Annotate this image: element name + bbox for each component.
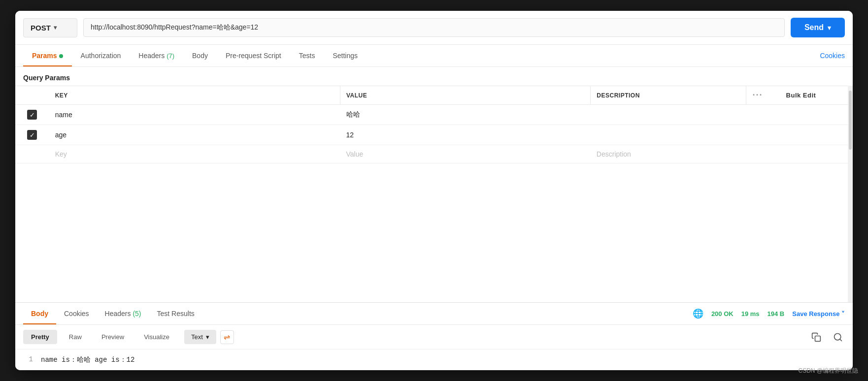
value-cell-1[interactable]: 哈哈 (340, 105, 591, 125)
more-cell-1 (746, 105, 780, 125)
format-pretty-button[interactable]: Pretty (23, 330, 57, 344)
table-row-empty: Key Value Description (15, 145, 848, 163)
svg-line-2 (840, 339, 842, 341)
method-label: POST (31, 24, 51, 32)
response-body: 1 name is：哈哈 age is：12 (15, 349, 853, 370)
bulk-cell-empty (780, 145, 848, 163)
table-row: ✓ age 12 (15, 125, 848, 145)
key-placeholder-cell[interactable]: Key (49, 145, 340, 163)
method-selector[interactable]: POST ▾ (23, 18, 77, 37)
key-cell-1[interactable]: name (49, 105, 340, 125)
tab-authorization[interactable]: Authorization (72, 45, 130, 66)
bulk-cell-1 (780, 105, 848, 125)
response-content: name is：哈哈 age is：12 (41, 355, 845, 364)
col-bulk-edit: Bulk Edit (780, 86, 848, 105)
line-number: 1 (23, 355, 33, 363)
response-tab-cookies[interactable]: Cookies (56, 303, 97, 324)
wrap-lines-button[interactable]: ⇌ (220, 330, 234, 344)
format-visualize-button[interactable]: Visualize (136, 330, 177, 344)
response-line: name is：哈哈 age is：12 (41, 355, 845, 364)
status-ok: 200 OK (711, 310, 734, 318)
request-tabs-row: Params Authorization Headers (7) Body Pr… (15, 45, 853, 67)
value-cell-2[interactable]: 12 (340, 125, 591, 145)
bulk-cell-2 (780, 125, 848, 145)
line-numbers: 1 (23, 355, 33, 364)
response-tabs-row: Body Cookies Headers (5) Test Results 🌐 … (15, 303, 853, 325)
globe-icon: 🌐 (693, 308, 703, 319)
scrollbar[interactable] (848, 86, 853, 302)
send-label: Send (804, 23, 824, 32)
status-time: 19 ms (741, 310, 760, 318)
response-headers-badge: (5) (133, 310, 141, 318)
more-cell-empty (746, 145, 780, 163)
method-chevron: ▾ (54, 24, 57, 31)
more-dots-icon[interactable]: ··· (752, 90, 763, 100)
value-placeholder-cell[interactable]: Value (340, 145, 591, 163)
tab-pre-request[interactable]: Pre-request Script (217, 45, 290, 66)
format-preview-button[interactable]: Preview (94, 330, 132, 344)
params-dot (59, 54, 63, 58)
tab-params[interactable]: Params (23, 45, 72, 66)
query-params-header: Query Params (15, 67, 853, 86)
col-description: DESCRIPTION (591, 86, 746, 105)
url-bar: POST ▾ Send ▾ (15, 11, 853, 45)
col-key: KEY (49, 86, 340, 105)
bulk-edit-button[interactable]: Bulk Edit (786, 92, 816, 99)
response-tab-headers[interactable]: Headers (5) (97, 303, 149, 324)
cookies-link[interactable]: Cookies (820, 52, 845, 60)
key-cell-2[interactable]: age (49, 125, 340, 145)
params-table: KEY VALUE DESCRIPTION ··· Bulk Edit (15, 86, 848, 163)
text-type-dropdown[interactable]: Text ▾ (184, 330, 216, 344)
headers-badge: (7) (167, 52, 174, 60)
desc-cell-2[interactable] (591, 125, 746, 145)
copy-button[interactable] (809, 330, 823, 344)
desc-placeholder-cell[interactable]: Description (591, 145, 746, 163)
tab-headers[interactable]: Headers (7) (130, 45, 183, 66)
scrollbar-thumb[interactable] (849, 91, 852, 150)
response-tab-body[interactable]: Body (23, 303, 56, 324)
check-icon: ✓ (30, 131, 35, 139)
response-tab-test-results[interactable]: Test Results (149, 303, 202, 324)
status-size: 194 B (768, 310, 785, 318)
table-row: ✓ name 哈哈 (15, 105, 848, 125)
format-raw-button[interactable]: Raw (61, 330, 90, 344)
checkbox-age[interactable]: ✓ (27, 130, 37, 140)
checkbox-cell-empty (15, 145, 49, 163)
main-window: POST ▾ Send ▾ Params Authorization Heade… (15, 11, 853, 370)
checkbox-name[interactable]: ✓ (27, 110, 37, 120)
format-row: Pretty Raw Preview Visualize Text ▾ ⇌ (15, 325, 853, 349)
col-checkbox (15, 86, 49, 105)
tab-settings[interactable]: Settings (324, 45, 367, 66)
check-icon: ✓ (30, 111, 35, 119)
send-button[interactable]: Send ▾ (791, 18, 845, 37)
response-status: 🌐 200 OK 19 ms 194 B Save Response ˅ (693, 308, 845, 319)
save-response-button[interactable]: Save Response ˅ (792, 310, 845, 318)
search-button[interactable] (831, 330, 845, 344)
send-chevron: ▾ (828, 24, 831, 32)
watermark: CSDN @编程界明世隐 (798, 367, 858, 375)
col-value: VALUE (340, 86, 591, 105)
col-more: ··· (746, 86, 780, 105)
svg-rect-0 (815, 336, 821, 341)
desc-cell-1[interactable] (591, 105, 746, 125)
tab-body[interactable]: Body (183, 45, 217, 66)
url-input[interactable] (83, 18, 785, 37)
tab-tests[interactable]: Tests (290, 45, 324, 66)
checkbox-cell-2: ✓ (15, 125, 49, 145)
checkbox-cell-1: ✓ (15, 105, 49, 125)
more-cell-2 (746, 125, 780, 145)
